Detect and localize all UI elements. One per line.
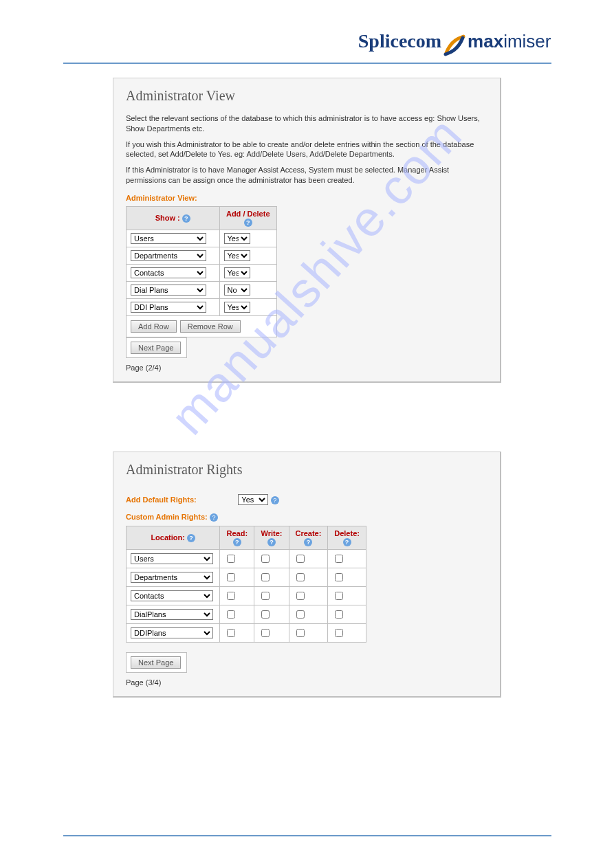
button-row: Add Row Remove Row (127, 315, 277, 337)
adddel-select-departments[interactable]: Yes (224, 250, 250, 261)
page-indicator: Page (2/4) (126, 364, 487, 372)
adddel-select-users[interactable]: Yes (224, 233, 250, 244)
show-select-contacts[interactable]: Contacts (131, 267, 206, 278)
adddel-select-ddiplans[interactable]: Yes (224, 302, 250, 313)
admin-view-description-2: If you wish this Administrator to be abl… (126, 140, 487, 160)
write-checkbox[interactable] (261, 592, 270, 600)
delete-checkbox[interactable] (335, 555, 343, 563)
delete-checkbox[interactable] (335, 610, 343, 619)
column-header-delete: Delete: ? (328, 526, 366, 549)
column-header-write: Write: ? (254, 526, 289, 549)
table-row: Dial Plans No (127, 281, 277, 298)
delete-checkbox[interactable] (335, 592, 343, 600)
table-row: Contacts (127, 587, 366, 605)
table-row: Departments (127, 568, 366, 587)
admin-view-label: Administrator View: (126, 194, 487, 202)
delete-checkbox[interactable] (335, 629, 343, 637)
column-header-read: Read: ? (220, 526, 254, 549)
column-header-location-label: Location: (151, 533, 185, 542)
read-checkbox[interactable] (227, 610, 235, 619)
column-header-show-label: Show : (155, 214, 180, 222)
column-header-read-label: Read: (227, 529, 248, 537)
help-icon[interactable]: ? (244, 219, 252, 227)
table-row: DialPlans (127, 605, 366, 624)
logo-splicecom: Splicecom (358, 30, 441, 52)
write-checkbox[interactable] (261, 555, 270, 563)
column-header-create-label: Create: (295, 529, 321, 537)
show-select-departments[interactable]: Departments (131, 250, 206, 261)
write-checkbox[interactable] (261, 610, 270, 619)
brand-logo: Splicecommaximiser (358, 30, 551, 57)
read-checkbox[interactable] (227, 629, 235, 637)
logo-swoosh-icon (443, 34, 466, 57)
create-checkbox[interactable] (296, 610, 305, 619)
add-default-rights-select[interactable]: Yes (238, 494, 268, 505)
help-icon[interactable]: ? (233, 538, 241, 546)
create-checkbox[interactable] (296, 573, 305, 581)
table-row: Users (127, 550, 366, 568)
location-select-dialplans[interactable]: DialPlans (131, 609, 213, 620)
delete-checkbox[interactable] (335, 573, 343, 581)
help-icon[interactable]: ? (210, 513, 218, 522)
location-select-departments[interactable]: Departments (131, 572, 213, 583)
location-select-contacts[interactable]: Contacts (131, 590, 213, 601)
show-select-ddiplans[interactable]: DDI Plans (131, 302, 206, 313)
help-icon[interactable]: ? (271, 496, 279, 504)
column-header-write-label: Write: (261, 529, 282, 537)
read-checkbox[interactable] (227, 555, 235, 563)
read-checkbox[interactable] (227, 592, 235, 600)
remove-row-button[interactable]: Remove Row (180, 320, 241, 333)
logo-max: max (468, 31, 503, 52)
panel-administrator-rights: Administrator Rights Add Default Rights:… (113, 452, 501, 698)
help-icon[interactable]: ? (187, 534, 195, 542)
create-checkbox[interactable] (296, 629, 305, 637)
column-header-delete-label: Delete: (334, 529, 360, 537)
header-rule (63, 63, 551, 64)
add-default-rights-label: Add Default Rights: (126, 496, 236, 504)
admin-view-table: Show : ? Add / Delete ? Users Yes Depart… (126, 206, 277, 337)
help-icon[interactable]: ? (182, 214, 190, 223)
column-header-adddelete-label: Add / Delete (226, 210, 270, 218)
location-select-ddiplans[interactable]: DDIPlans (131, 627, 213, 638)
write-checkbox[interactable] (261, 629, 270, 637)
column-header-show: Show : ? (127, 206, 220, 230)
help-icon[interactable]: ? (267, 538, 276, 546)
adddel-select-dialplans[interactable]: No (224, 285, 250, 296)
table-row: Users Yes (127, 230, 277, 247)
write-checkbox[interactable] (261, 573, 270, 581)
admin-view-description-3: If this Administrator is to have Manager… (126, 165, 487, 186)
help-icon[interactable]: ? (343, 538, 351, 546)
location-select-users[interactable]: Users (131, 553, 213, 564)
create-checkbox[interactable] (296, 592, 305, 600)
admin-rights-table: Location: ? Read: ? Write: ? Create: ? D… (126, 526, 366, 643)
table-row: DDIPlans (127, 624, 366, 643)
column-header-adddelete: Add / Delete ? (219, 206, 277, 230)
adddel-select-contacts[interactable]: Yes (224, 267, 250, 278)
help-icon[interactable]: ? (304, 538, 312, 546)
next-page-button[interactable]: Next Page (131, 342, 181, 354)
page-indicator: Page (3/4) (126, 678, 487, 687)
column-header-location: Location: ? (127, 526, 220, 549)
admin-view-description-1: Select the relevant sections of the data… (126, 113, 487, 134)
add-row-button[interactable]: Add Row (131, 320, 177, 333)
footer-rule (63, 835, 551, 836)
next-page-button[interactable]: Next Page (131, 656, 181, 669)
panel-administrator-view: Administrator View Select the relevant s… (113, 78, 501, 383)
create-checkbox[interactable] (296, 555, 305, 563)
panel-title-admin-rights: Administrator Rights (126, 462, 487, 478)
custom-admin-rights-label: Custom Admin Rights: (126, 513, 208, 521)
read-checkbox[interactable] (227, 573, 235, 581)
logo-imiser: imiser (503, 31, 551, 52)
table-row: DDI Plans Yes (127, 298, 277, 315)
show-select-dialplans[interactable]: Dial Plans (131, 285, 206, 296)
column-header-create: Create: ? (289, 526, 328, 549)
table-row: Contacts Yes (127, 264, 277, 281)
panel-title-admin-view: Administrator View (126, 88, 487, 104)
table-row: Departments Yes (127, 247, 277, 264)
show-select-users[interactable]: Users (131, 233, 206, 244)
